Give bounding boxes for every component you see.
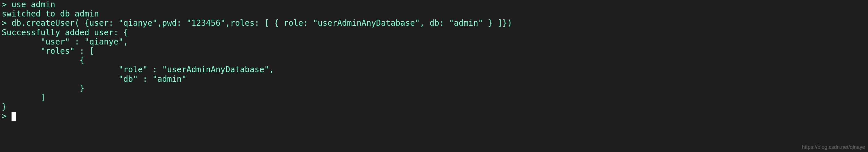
terminal-content: > use admin switched to db admin > db.cr… <box>2 0 866 121</box>
command-create-user: db.createUser( {user: "qianye",pwd: "123… <box>7 18 512 28</box>
output-success-header: Successfully added user: { <box>2 28 128 37</box>
output-db-field: "db" : "admin" <box>2 74 187 84</box>
output-user-field: "user" : "qianye", <box>2 37 128 47</box>
output-switched-db: switched to db admin <box>2 9 99 19</box>
prompt-symbol: > <box>2 18 7 28</box>
watermark-text: https://blog.csdn.net/qinaye <box>802 144 865 150</box>
output-roles-open: "roles" : [ <box>2 46 94 56</box>
command-use-admin: use admin <box>7 0 55 9</box>
output-object-close: } <box>2 102 7 111</box>
prompt-line-2[interactable]: > db.createUser( {user: "qianye",pwd: "1… <box>2 18 512 28</box>
output-role-field: "role" : "userAdminAnyDatabase", <box>2 65 274 74</box>
prompt-space <box>7 111 11 121</box>
prompt-symbol: > <box>2 0 7 9</box>
prompt-line-1[interactable]: > use admin <box>2 0 55 9</box>
cursor-icon <box>11 112 16 121</box>
terminal-output: > use admin switched to db admin > db.cr… <box>0 0 868 121</box>
output-role-obj-close: } <box>2 83 85 93</box>
prompt-line-3[interactable]: > <box>2 111 16 121</box>
output-role-obj-open: { <box>2 55 85 65</box>
output-roles-close: ] <box>2 93 45 102</box>
prompt-symbol: > <box>2 111 7 121</box>
